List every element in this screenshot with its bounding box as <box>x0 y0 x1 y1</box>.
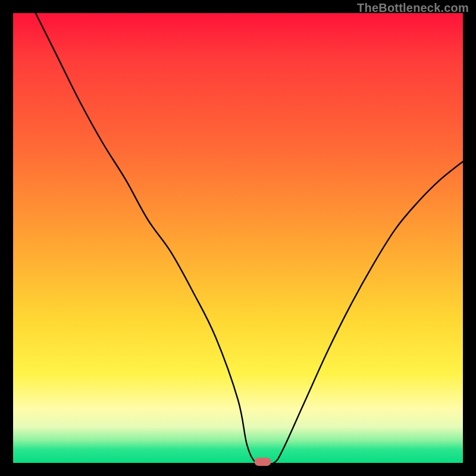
minimum-marker <box>255 458 271 466</box>
bottleneck-curve-path <box>36 13 463 464</box>
plot-area <box>13 13 463 463</box>
curve-svg <box>13 13 463 463</box>
chart-frame: TheBottleneck.com <box>0 0 476 476</box>
